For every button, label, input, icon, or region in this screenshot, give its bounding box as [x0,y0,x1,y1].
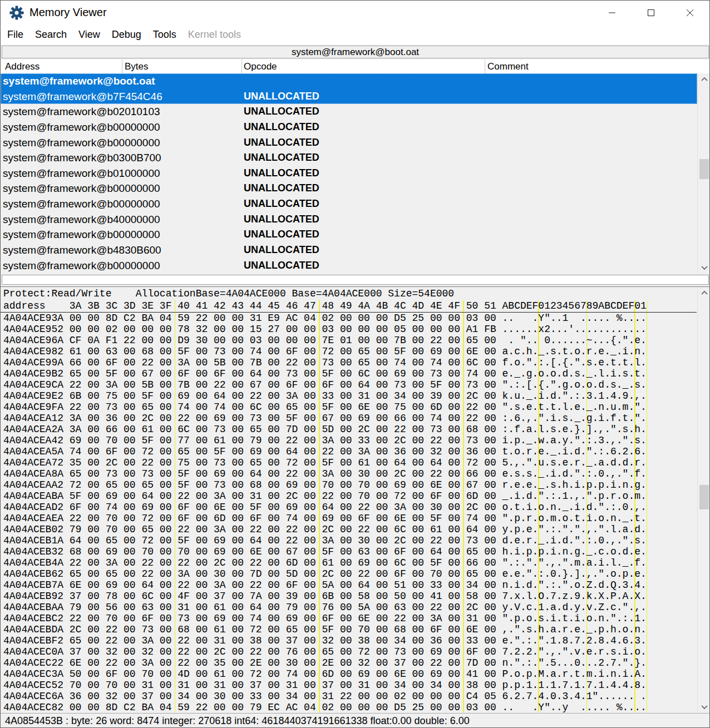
scroll-down-arrow-icon[interactable] [698,262,710,273]
hex-row[interactable]: 4A04ACEA72 35 00 2C 00 22 00 75 00 73 00… [3,457,647,468]
disassembler-column-header: Address Bytes Opcode Comment [1,60,710,74]
disassembler-scrollbar[interactable] [697,73,710,273]
disassembly-row[interactable]: system@framework@b00000000UNALLOCATED [1,120,697,135]
hex-view: Protect:Read/Write AllocationBase=4A04AC… [1,286,710,712]
row-address: system@framework@b00000000 [3,135,160,151]
hex-row[interactable]: 4A04ACEA2A 3A 00 66 00 61 00 6C 00 73 00… [3,424,647,435]
disassembly-row[interactable]: system@framework@b01000000UNALLOCATED [1,166,697,181]
cheat-engine-gear-icon [9,6,24,20]
hex-row[interactable]: 4A04ACEA12 3A 00 36 00 2C 00 22 00 69 00… [3,413,647,424]
hex-row[interactable]: 4A04ACEBC2 22 00 70 00 6F 00 73 00 69 00… [3,613,647,624]
hex-row[interactable]: 4A04ACEC22 6E 00 22 00 3A 00 22 00 35 00… [3,657,647,668]
hex-row[interactable]: 4A04ACEAD2 6F 00 74 00 69 00 6F 00 6E 00… [3,502,647,513]
disassembly-row[interactable]: system@framework@b4830B600UNALLOCATED [1,242,697,258]
hex-row[interactable]: 4A04ACEB4A 22 00 3A 00 22 00 22 00 2C 00… [3,557,647,568]
hex-region-info: Protect:Read/Write AllocationBase=4A04AC… [3,288,454,299]
window-controls [593,1,709,25]
menubar: FileSearchViewDebugToolsKernel tools [1,25,709,44]
menu-file[interactable]: File [7,29,23,41]
disassembly-row[interactable]: system@framework@b00000000UNALLOCATED [1,181,697,196]
disassembly-row[interactable]: system@framework@b00000000UNALLOCATED [1,135,697,151]
disassembly-row[interactable]: system@framework@b00000000UNALLOCATED [1,196,697,212]
row-opcode: UNALLOCATED [244,227,319,242]
hex-row[interactable]: 4A04ACE9B2 65 00 5F 00 67 00 6F 00 6F 00… [3,368,647,379]
hex-row[interactable]: 4A04ACEB1A 64 00 65 00 72 00 5F 00 69 00… [3,535,647,546]
scroll-up-arrow-icon[interactable] [698,287,710,298]
hex-row[interactable]: 4A04ACEABA 5F 00 69 00 64 00 22 00 3A 00… [3,491,647,502]
column-opcode[interactable]: Opcode [244,61,277,72]
hex-row[interactable]: 4A04ACEAA2 72 00 65 00 65 00 5F 00 73 00… [3,479,647,491]
disassembly-row[interactable]: system@framework@b7F454C46UNALLOCATED [1,89,697,105]
minimize-button[interactable] [593,1,632,25]
disassembly-row[interactable]: system@framework@b00000000UNALLOCATED [1,258,697,273]
hex-row[interactable]: 4A04ACE99A 66 00 6F 00 22 00 3A 00 5B 00… [3,357,647,368]
hex-row[interactable]: 4A04ACEB92 37 00 78 00 6C 00 4F 00 37 00… [3,591,647,602]
hex-row[interactable]: 4A04ACE9FA 22 00 73 00 65 00 74 00 74 00… [3,402,647,413]
module-row[interactable]: system@framework@boot.oat [1,73,697,89]
menu-view[interactable]: View [78,29,100,41]
scrollbar-thumb[interactable] [699,159,709,179]
hex-row[interactable]: 4A04ACEB02 79 00 70 00 65 00 22 00 3A 00… [3,524,647,535]
row-address: system@framework@b00000000 [3,120,160,135]
row-address: system@framework@b01000000 [3,166,160,181]
hex-row[interactable]: 4A04ACE96A CF 0A F1 22 00 00 D9 30 00 00… [3,335,647,346]
column-comment[interactable]: Comment [487,61,529,72]
row-address: system@framework@b00000000 [3,258,160,273]
comment-strip[interactable] [2,275,709,285]
row-opcode: UNALLOCATED [244,89,319,105]
disassembly-row[interactable]: system@framework@b40000000UNALLOCATED [1,212,697,227]
hex-row[interactable]: 4A04ACEA5A 74 00 6F 00 72 00 65 00 5F 00… [3,446,647,457]
column-divider[interactable] [241,60,242,73]
column-address[interactable]: Address [5,61,40,72]
status-bar: 4A0854453B : byte: 26 word: 8474 integer… [1,713,710,728]
hex-row[interactable]: 4A04ACEB7A 6E 00 69 00 64 00 22 00 3A 00… [3,580,647,591]
row-address: system@framework@b00000000 [3,196,160,212]
column-divider[interactable] [122,60,122,73]
hex-row[interactable]: 4A04ACE9E2 6B 00 75 00 5F 00 69 00 64 00… [3,390,647,402]
hex-row[interactable]: 4A04ACEBAA 79 00 56 00 63 00 31 00 61 00… [3,602,647,613]
hex-row[interactable]: 4A04ACE93A 00 00 8D C2 BA 04 59 22 00 00… [3,313,647,324]
disassembly-row[interactable]: system@framework@b02010103UNALLOCATED [1,104,697,120]
hex-row[interactable]: 4A04ACEC82 00 00 8D C2 BA 04 59 22 00 00… [3,702,647,712]
hex-row[interactable]: 4A04ACEB62 65 00 65 00 22 00 3A 00 30 00… [3,568,647,580]
hex-row[interactable]: 4A04ACEA8A 65 00 73 00 73 00 5F 00 69 00… [3,468,647,479]
window-title: Memory Viewer [29,6,107,19]
hex-row[interactable]: 4A04ACEA42 69 00 70 00 5F 00 77 00 61 00… [3,435,647,446]
hex-row[interactable]: 4A04ACE982 61 00 63 00 68 00 5F 00 73 00… [3,346,647,357]
menu-kernel-tools: Kernel tools [188,29,241,41]
hex-row[interactable]: 4A04ACEB32 68 00 69 00 70 00 70 00 69 00… [3,546,647,557]
hex-row[interactable]: 4A04ACEBF2 65 00 22 00 3A 00 22 00 31 00… [3,635,647,646]
scroll-down-arrow-icon[interactable] [698,701,710,712]
row-opcode: UNALLOCATED [244,258,319,273]
maximize-button[interactable] [632,1,670,25]
hex-row[interactable]: 4A04ACEC0A 37 00 32 00 32 00 22 00 2C 00… [3,646,647,657]
memory-viewer-window: Memory Viewer FileSearchViewDebugToolsKe… [0,0,710,728]
hex-row[interactable]: 4A04ACEC6A 36 00 32 00 37 00 34 00 30 00… [3,691,647,702]
disassembly-row[interactable]: system@framework@b00000000UNALLOCATED [1,227,697,242]
hex-row[interactable]: 4A04ACEC3A 50 00 6F 00 70 00 4D 00 61 00… [3,668,647,680]
scroll-up-arrow-icon[interactable] [698,73,710,85]
menu-tools[interactable]: Tools [153,29,176,41]
hex-row[interactable]: 4A04ACE9CA 22 00 3A 00 5B 00 7B 00 22 00… [3,379,647,390]
row-opcode: UNALLOCATED [244,166,319,181]
row-opcode: UNALLOCATED [244,242,319,258]
menu-search[interactable]: Search [35,29,67,41]
row-opcode: UNALLOCATED [244,104,319,120]
scrollbar-thumb[interactable] [699,485,709,509]
hex-rows: 4A04ACE93A 00 00 8D C2 BA 04 59 22 00 00… [3,313,647,712]
hexview-scrollbar[interactable] [697,287,710,712]
column-divider[interactable] [485,60,485,73]
close-button[interactable] [670,1,709,25]
address-bar[interactable]: system@framework@boot.oat [2,46,709,58]
row-opcode: UNALLOCATED [244,120,319,135]
byte-group-separator [647,300,648,712]
hex-row[interactable]: 4A04ACE952 00 00 02 00 00 00 78 32 00 00… [3,324,647,335]
menu-debug[interactable]: Debug [112,29,141,41]
selected-rows[interactable]: system@framework@boot.oatsystem@framewor… [1,73,697,104]
hex-row[interactable]: 4A04ACEC52 70 00 70 00 31 00 31 00 31 00… [3,680,647,691]
hex-row[interactable]: 4A04ACEBDA 2C 00 22 00 73 00 68 00 61 00… [3,624,647,635]
disassembly-row[interactable]: system@framework@b0300B700UNALLOCATED [1,150,697,166]
hex-column-header: address 3A 3B 3C 3D 3E 3F 40 41 42 43 44… [3,300,647,311]
hex-row[interactable]: 4A04ACEAEA 22 00 70 00 72 00 6F 00 6D 00… [3,513,647,524]
column-bytes[interactable]: Bytes [125,61,149,72]
